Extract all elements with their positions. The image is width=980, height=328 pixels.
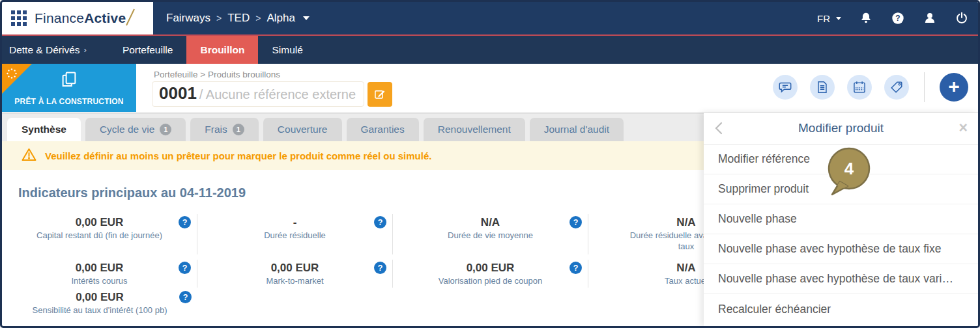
nav-item-portefeuille[interactable]: Portefeuille: [109, 36, 187, 64]
brand-logo-part2: Active: [84, 10, 126, 26]
topbar-actions: FR ?: [817, 2, 969, 34]
help-icon[interactable]: ?: [179, 216, 191, 228]
help-icon[interactable]: ?: [374, 262, 386, 274]
chevron-right-icon: ›: [84, 45, 87, 55]
menu-item-recalculer-echeancier[interactable]: Recalculer échéancier: [704, 294, 978, 324]
metric-label: Valorisation pied de coupon: [411, 275, 569, 286]
tab-label: Couverture: [278, 124, 328, 135]
metric-interets-courus: 0,00 EUR Intérêts courus ?: [2, 260, 197, 288]
menu-item-nouvelle-phase-taux-variable[interactable]: Nouvelle phase avec hypothèse de taux va…: [704, 264, 978, 294]
breadcrumb-item-alpha[interactable]: Alpha: [267, 12, 295, 25]
warning-text: Veuillez définir au moins un prêteur pou…: [45, 150, 431, 161]
breadcrumb-item-fairways[interactable]: Fairways: [166, 12, 210, 25]
nav-item-label: Portefeuille: [122, 44, 173, 56]
indicators-row: 0,00 EUR Sensibilité au taux d'intérêt (…: [2, 289, 784, 317]
breadcrumb-separator: >: [255, 13, 261, 23]
tab-garanties[interactable]: Garanties: [347, 118, 419, 141]
tab-label: Journal d'audit: [544, 124, 609, 135]
product-number: 0001: [159, 83, 197, 103]
bell-icon[interactable]: [859, 11, 873, 25]
indicators-grid: 0,00 EUR Capital restant dû (fin de jour…: [2, 214, 784, 317]
metric-value: 0,00 EUR: [20, 260, 179, 275]
nav-item-dette-derives[interactable]: Dette & Dérivés ›: [2, 36, 109, 64]
apps-grid-icon[interactable]: [10, 10, 27, 27]
breadcrumb-separator: >: [216, 13, 222, 23]
tab-cycle-de-vie[interactable]: Cycle de vie 1: [85, 118, 186, 141]
metric-value: N/A: [411, 215, 569, 230]
brand-slash-icon: [124, 7, 136, 30]
metric-capital-restant: 0,00 EUR Capital restant dû (fin de jour…: [2, 214, 197, 254]
tag-icon: [889, 80, 904, 94]
metric-duree-residuelle: - Durée résiduelle ?: [197, 214, 393, 254]
header-action-buttons: +: [773, 72, 968, 102]
metric-label: Capital restant dû (fin de journée): [20, 230, 179, 241]
metric-mark-to-market: 0,00 EUR Mark-to-market ?: [197, 260, 393, 288]
tab-journal-audit[interactable]: Journal d'audit: [530, 118, 624, 141]
product-header: PRÊT À LA CONSTRUCTION Portefeuille > Pr…: [2, 64, 978, 113]
svg-text:?: ?: [895, 14, 900, 23]
help-icon[interactable]: ?: [374, 216, 386, 228]
user-icon[interactable]: [923, 11, 937, 25]
metric-label: Intérêts courus: [20, 275, 179, 286]
menu-item-modifier-reference[interactable]: Modifier référence: [704, 144, 978, 174]
tab-label: Synthèse: [22, 124, 66, 135]
help-icon[interactable]: ?: [179, 291, 192, 303]
nav-item-simule[interactable]: Simulé: [258, 36, 316, 64]
warning-triangle-icon: [22, 148, 36, 164]
help-icon[interactable]: ?: [891, 11, 905, 25]
metric-duree-vie-moyenne: N/A Durée de vie moyenne ?: [393, 214, 588, 254]
tab-renouvellement[interactable]: Renouvellement: [424, 118, 525, 141]
indicators-title: Indicateurs principaux au 04-11-2019: [18, 185, 246, 200]
top-navbar: FinanceActive Fairways > TED > Alpha FR: [2, 2, 978, 36]
tab-frais[interactable]: Frais 1: [190, 118, 258, 141]
language-selector[interactable]: FR: [817, 13, 841, 24]
menu-item-supprimer-produit[interactable]: Supprimer produit: [704, 174, 978, 204]
brand-logo: FinanceActive: [35, 7, 136, 30]
metric-value: 0,00 EUR: [216, 260, 374, 275]
logo-box[interactable]: FinanceActive: [2, 2, 153, 34]
app-window: FinanceActive Fairways > TED > Alpha FR: [0, 0, 980, 328]
section-navbar: Dette & Dérivés › Portefeuille Brouillon…: [2, 36, 978, 64]
tabs: Synthèse Cycle de vie 1 Frais 1 Couvertu…: [7, 118, 624, 141]
metric-value: 0,00 EUR: [20, 215, 179, 230]
help-icon[interactable]: ?: [569, 262, 582, 274]
comment-button[interactable]: [773, 75, 798, 100]
power-icon[interactable]: [955, 11, 969, 25]
add-button[interactable]: +: [940, 73, 968, 102]
close-icon[interactable]: ×: [959, 118, 968, 137]
tab-count-badge: 1: [233, 124, 244, 135]
metric-value: 0,00 EUR: [411, 260, 569, 275]
metric-sensibilite-taux: 0,00 EUR Sensibilité au taux d'intérêt (…: [2, 289, 197, 317]
metric-value: 0,00 EUR: [20, 290, 179, 305]
documents-button[interactable]: [810, 75, 835, 100]
breadcrumb-item-ted[interactable]: TED: [227, 12, 250, 25]
help-icon[interactable]: ?: [569, 216, 582, 228]
tab-couverture[interactable]: Couverture: [263, 118, 342, 141]
nav-item-brouillon[interactable]: Brouillon: [186, 36, 258, 64]
tab-synthese[interactable]: Synthèse: [7, 118, 81, 141]
nav-item-label: Simulé: [272, 44, 302, 56]
chevron-down-icon[interactable]: [303, 16, 310, 20]
modify-product-panel: Modifier produit × Modifier référence Su…: [704, 113, 978, 326]
metric-label: Mark-to-market: [216, 275, 374, 286]
tab-label: Garanties: [361, 124, 405, 135]
status-label: PRÊT À LA CONSTRUCTION: [2, 97, 136, 106]
panel-header: Modifier produit ×: [704, 113, 978, 144]
menu-item-nouvelle-phase[interactable]: Nouvelle phase: [704, 204, 978, 234]
divider: [924, 72, 925, 102]
chevron-down-icon: [836, 17, 841, 20]
brand-logo-part1: Finance: [35, 10, 84, 26]
back-chevron-icon[interactable]: [714, 120, 723, 139]
calendar-icon: [852, 80, 867, 94]
product-title-row: 0001 / Aucune référence externe: [152, 81, 392, 107]
metric-valorisation-coupon: 0,00 EUR Valorisation pied de coupon ?: [393, 260, 588, 288]
nav-item-label: Brouillon: [200, 44, 244, 56]
metric-label: Sensibilité au taux d'intérêt (100 pb): [20, 305, 179, 316]
help-icon[interactable]: ?: [179, 262, 191, 274]
edit-reference-button[interactable]: [368, 82, 392, 107]
calendar-button[interactable]: [847, 75, 872, 100]
language-label: FR: [817, 13, 830, 24]
tags-button[interactable]: [884, 75, 909, 100]
document-icon: [815, 80, 829, 94]
menu-item-nouvelle-phase-taux-fixe[interactable]: Nouvelle phase avec hypothèse de taux fi…: [704, 234, 978, 264]
